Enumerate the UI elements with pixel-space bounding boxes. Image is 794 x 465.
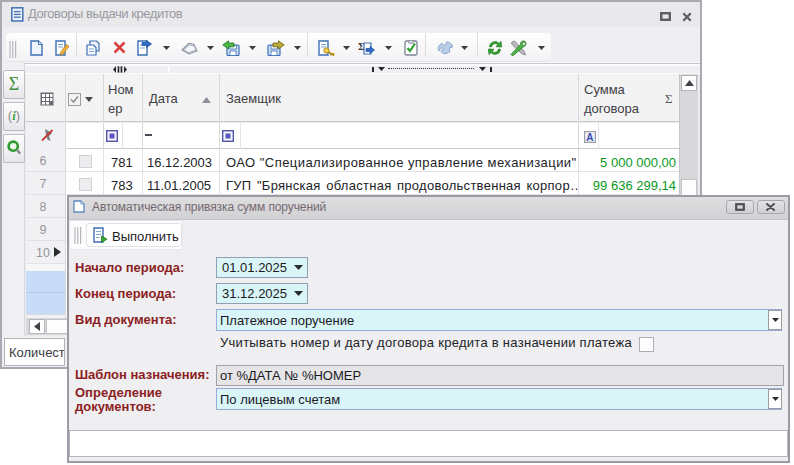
svg-text:A: A	[586, 132, 593, 143]
